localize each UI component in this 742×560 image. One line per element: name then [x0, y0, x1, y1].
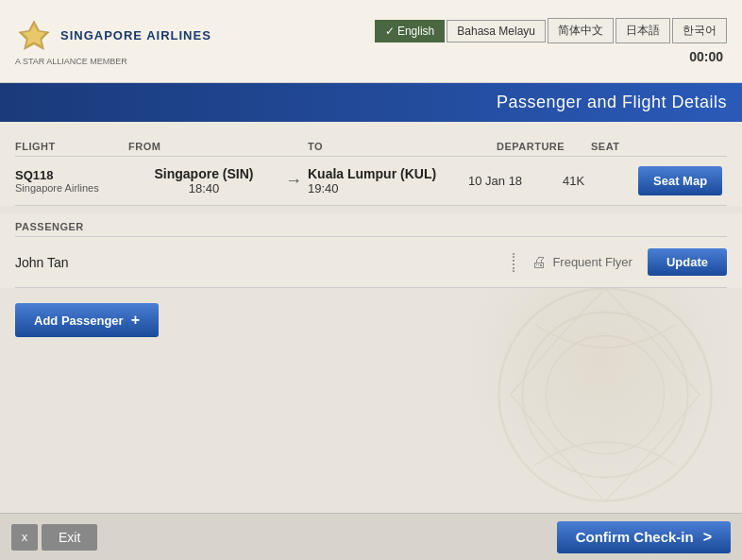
banner-title: Passenger and Flight Details: [497, 93, 727, 111]
singapore-airlines-logo-icon: [15, 17, 53, 55]
add-passenger-label: Add Passenger: [34, 314, 124, 328]
col-header-departure: DEPARTURE: [497, 141, 591, 152]
update-button[interactable]: Update: [648, 248, 727, 276]
flight-row: SQ118 Singapore Airlines Singapore (SIN)…: [15, 157, 727, 206]
chevron-right-icon: >: [703, 529, 712, 546]
departure-date: 10 Jan 18: [468, 174, 563, 188]
dotted-separator: [513, 253, 514, 272]
logo-area: SINGAPORE AIRLINES A STAR ALLIANCE MEMBE…: [15, 17, 211, 66]
page-banner: Passenger and Flight Details: [0, 83, 742, 122]
add-passenger-area: Add Passenger +: [0, 288, 742, 352]
logo-text: SINGAPORE AIRLINES: [60, 28, 211, 42]
passenger-name: John Tan: [15, 255, 501, 270]
confirm-label: Confirm Check-in: [576, 529, 694, 545]
seat-map-button-area: Seat Map: [638, 166, 722, 195]
frequent-flyer-icon: 🖨: [531, 254, 547, 271]
header: SINGAPORE AIRLINES A STAR ALLIANCE MEMBE…: [0, 0, 742, 83]
lang-btn-english[interactable]: ✓ English: [375, 20, 446, 42]
from-city: Singapore (SIN): [128, 166, 279, 181]
col-header-from: FROM: [128, 141, 279, 152]
seat-map-button[interactable]: Seat Map: [638, 166, 722, 195]
flight-number: SQ118: [15, 168, 128, 182]
airline-name: Singapore Airlines: [15, 182, 128, 194]
add-passenger-button[interactable]: Add Passenger +: [15, 303, 159, 337]
star-alliance-text: A STAR ALLIANCE MEMBER: [15, 57, 127, 66]
confirm-checkin-button[interactable]: Confirm Check-in >: [557, 521, 731, 553]
seat-number: 41K: [563, 174, 638, 188]
lang-btn-japanese[interactable]: 日本語: [616, 18, 670, 43]
frequent-flyer-area: 🖨 Frequent Flyer: [501, 253, 632, 272]
to-time: 19:40: [308, 181, 468, 195]
language-bar: ✓ English Bahasa Melayu 简体中文 日本語 한국어: [375, 18, 727, 43]
frequent-flyer-label: Frequent Flyer: [552, 255, 632, 269]
x-button[interactable]: x: [11, 524, 38, 551]
flight-arrow: →: [279, 171, 308, 191]
exit-button[interactable]: Exit: [42, 524, 97, 551]
flight-section: FLIGHT FROM TO DEPARTURE SEAT SQ118 Sing…: [0, 122, 742, 206]
to-city: Kuala Lumpur (KUL): [308, 166, 468, 181]
plus-icon: +: [131, 312, 140, 329]
to-info: Kuala Lumpur (KUL) 19:40: [308, 166, 468, 195]
col-header-to: TO: [308, 141, 497, 152]
passenger-row: John Tan 🖨 Frequent Flyer Update: [15, 237, 727, 288]
lang-btn-chinese[interactable]: 简体中文: [548, 18, 614, 43]
exit-area: x Exit: [11, 524, 97, 551]
lang-btn-korean[interactable]: 한국어: [672, 18, 727, 43]
svg-point-2: [547, 336, 665, 454]
flight-info: SQ118 Singapore Airlines: [15, 168, 128, 194]
footer: x Exit Confirm Check-in >: [0, 513, 742, 560]
lang-btn-bahasa[interactable]: Bahasa Melayu: [447, 20, 546, 42]
header-right: ✓ English Bahasa Melayu 简体中文 日本語 한국어 00:…: [375, 18, 727, 64]
from-time: 18:40: [128, 181, 279, 195]
col-header-seat: SEAT: [591, 141, 666, 152]
passenger-section-header: PASSENGER: [15, 213, 727, 237]
col-header-flight: FLIGHT: [15, 141, 128, 152]
passenger-section: PASSENGER John Tan 🖨 Frequent Flyer Upda…: [0, 213, 742, 288]
from-info: Singapore (SIN) 18:40: [128, 166, 279, 195]
timer-display: 00:00: [689, 49, 723, 64]
flight-table-headers: FLIGHT FROM TO DEPARTURE SEAT: [15, 133, 727, 157]
